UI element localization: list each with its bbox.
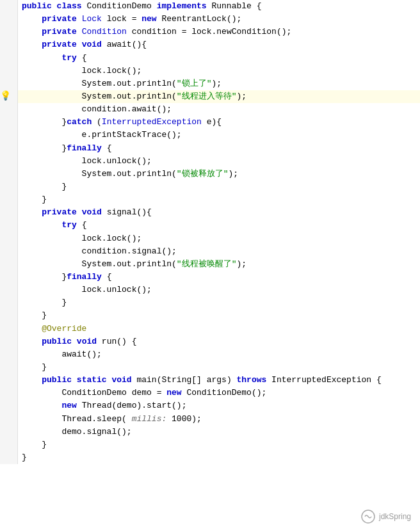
code-token: } — [22, 453, 27, 462]
line-number — [0, 155, 18, 168]
code-token: run() { — [102, 337, 137, 346]
code-token: ConditionDemo demo = — [22, 388, 166, 398]
code-line: } — [0, 296, 420, 309]
code-token: Thread(demo).start(); — [82, 401, 187, 410]
lightbulb-icon: 💡 — [0, 90, 11, 104]
code-line: ConditionDemo demo = new ConditionDemo()… — [0, 387, 420, 399]
line-content: } — [18, 438, 420, 451]
code-token: private void — [42, 207, 106, 217]
line-number — [0, 232, 18, 245]
code-token: Thread.sleep( — [22, 414, 132, 424]
code-token: try — [61, 220, 81, 230]
line-content: e.printStackTrace(); — [18, 129, 420, 141]
code-token: public void — [42, 337, 102, 346]
code-token: public class — [22, 1, 86, 11]
line-content: @Override — [18, 323, 420, 335]
line-content: System.out.println("锁上了"); — [18, 77, 420, 90]
code-token: } — [22, 182, 67, 191]
code-line: lock.lock(); — [0, 232, 420, 245]
code-line: private void signal(){ — [0, 206, 420, 219]
code-line: System.out.println("线程被唤醒了"); — [0, 258, 420, 271]
code-token — [22, 14, 42, 24]
line-content: public static void main(String[] args) t… — [18, 374, 420, 387]
code-line: System.out.println("锁被释放了"); — [0, 168, 420, 181]
line-number — [0, 348, 18, 361]
code-token — [22, 40, 42, 49]
code-line: condition.signal(); — [0, 245, 420, 258]
code-token: 1000); — [172, 414, 202, 424]
line-number — [0, 116, 18, 129]
code-line: try { — [0, 52, 420, 65]
line-content: condition.signal(); — [18, 245, 420, 258]
line-number — [0, 387, 18, 399]
line-number — [0, 271, 18, 284]
code-line: public void run() { — [0, 335, 420, 348]
code-token: await(); — [22, 349, 102, 359]
watermark-text: jdkSpring — [379, 511, 411, 523]
line-content: public void run() { — [18, 335, 420, 348]
code-line: Thread.sleep( millis: 1000); — [0, 413, 420, 426]
code-token: ReentrantLock(); — [161, 14, 241, 24]
line-number — [0, 206, 18, 219]
line-number — [0, 284, 18, 296]
line-number — [0, 245, 18, 258]
line-content: ConditionDemo demo = new ConditionDemo()… — [18, 387, 420, 399]
line-content: } — [18, 181, 420, 193]
code-token: } — [22, 362, 47, 372]
line-content: private Lock lock = new ReentrantLock(); — [18, 13, 420, 26]
code-token: } — [22, 117, 67, 127]
code-token: } — [22, 440, 47, 449]
code-token: private — [42, 14, 81, 24]
code-line: }catch (InterruptedException e){ — [0, 116, 420, 129]
code-token: main(String[] args) — [136, 375, 236, 385]
line-content: }catch (InterruptedException e){ — [18, 116, 420, 129]
code-token: } — [22, 310, 47, 320]
code-line: private void await(){ — [0, 38, 420, 51]
line-number — [0, 399, 18, 412]
code-token: } — [22, 272, 67, 282]
line-content: public class ConditionDemo implements Ru… — [18, 0, 420, 13]
code-line: public static void main(String[] args) t… — [0, 374, 420, 387]
line-number — [0, 335, 18, 348]
line-number — [0, 451, 18, 464]
line-content: System.out.println("线程被唤醒了"); — [18, 258, 420, 271]
code-token — [22, 53, 61, 63]
watermark-logo-icon — [361, 510, 375, 524]
code-token: } — [22, 298, 67, 307]
line-content: private Condition condition = lock.newCo… — [18, 26, 420, 38]
line-number — [0, 219, 18, 232]
code-token: Condition — [82, 27, 132, 36]
line-number — [0, 26, 18, 38]
line-number — [0, 181, 18, 193]
code-token: lock = — [107, 14, 142, 24]
code-token: e){ — [207, 117, 222, 127]
code-token: ); — [236, 92, 246, 101]
line-number — [0, 438, 18, 451]
code-token: demo.signal(); — [22, 427, 132, 437]
line-number — [0, 38, 18, 51]
code-token: { — [107, 272, 112, 282]
code-line: condition.await(); — [0, 103, 420, 116]
code-line: }finally { — [0, 142, 420, 155]
code-token: Lock — [82, 14, 107, 24]
code-token: new — [166, 388, 186, 398]
code-line: demo.signal(); — [0, 426, 420, 438]
code-token: await(){ — [107, 40, 147, 49]
code-line: } — [0, 181, 420, 193]
line-number — [0, 258, 18, 271]
watermark: jdkSpring — [361, 510, 411, 524]
line-content: }finally { — [18, 142, 420, 155]
line-content: private void await(){ — [18, 38, 420, 51]
code-token: lock.lock(); — [22, 234, 141, 243]
line-content: new Thread(demo).start(); — [18, 399, 420, 412]
code-token: condition = lock.newCondition(); — [132, 27, 292, 36]
code-token: } — [22, 143, 67, 153]
code-line: }finally { — [0, 271, 420, 284]
code-line: } — [0, 438, 420, 451]
code-token: new — [141, 14, 161, 24]
code-line: private Condition condition = lock.newCo… — [0, 26, 420, 38]
code-token — [22, 27, 42, 36]
code-token: InterruptedException — [102, 117, 207, 127]
code-line: new Thread(demo).start(); — [0, 399, 420, 412]
line-content: lock.unlock(); — [18, 155, 420, 168]
